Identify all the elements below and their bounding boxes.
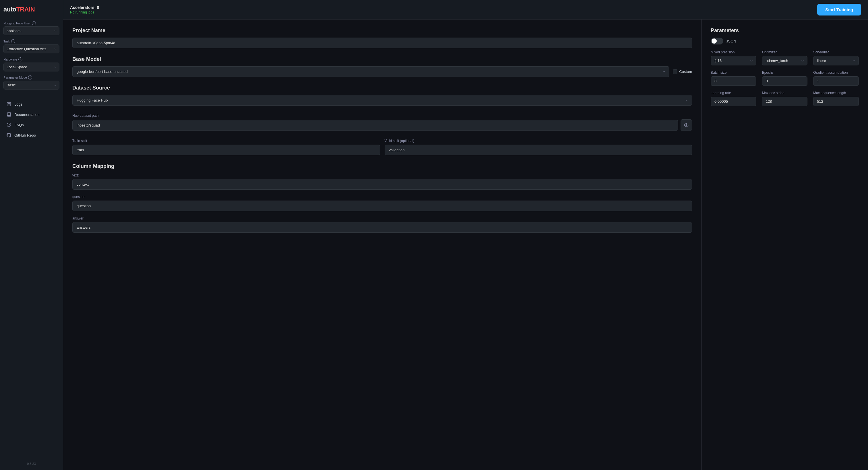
scheduler-select[interactable]: linear xyxy=(813,56,859,65)
optimizer-label: Optimizer xyxy=(762,50,808,54)
learning-rate-input[interactable] xyxy=(711,97,756,106)
epochs-input[interactable] xyxy=(762,76,808,86)
base-model-title: Base Model xyxy=(72,56,692,62)
faqs-label: FAQs xyxy=(14,123,24,127)
hardware-select[interactable]: Local/Space xyxy=(3,63,59,71)
logs-icon xyxy=(6,101,11,107)
documentation-icon xyxy=(6,112,11,117)
logo-train: TRAIN xyxy=(16,6,35,13)
user-info-icon[interactable]: i xyxy=(32,21,36,25)
split-row: Train split Valid split (optional) xyxy=(72,139,692,155)
github-label: GitHub Repo xyxy=(14,133,36,137)
github-icon xyxy=(6,132,11,138)
sidebar-item-logs[interactable]: Logs xyxy=(3,99,59,109)
params-row-3: Learning rate Max doc stride Max sequenc… xyxy=(711,91,859,106)
max-sequence-length-param: Max sequence length xyxy=(813,91,859,106)
question-col-label: question: xyxy=(72,195,692,199)
gradient-accumulation-input[interactable] xyxy=(813,76,859,86)
dataset-source-select[interactable]: Hugging Face Hub xyxy=(72,95,692,105)
params-panel: Parameters JSON Mixed precision fp16 Opt… xyxy=(702,20,868,470)
task-select[interactable]: Extractive Question Ans xyxy=(3,44,59,53)
custom-checkbox-label[interactable]: Custom xyxy=(673,69,692,74)
epochs-param: Epochs xyxy=(762,71,808,86)
max-sequence-length-input[interactable] xyxy=(813,97,859,106)
params-row-1: Mixed precision fp16 Optimizer adamw_tor… xyxy=(711,50,859,65)
hub-dataset-label: Hub dataset path xyxy=(72,114,692,118)
parameter-mode-select[interactable]: Basic xyxy=(3,81,59,90)
base-model-row: google-bert/bert-base-uncased Custom xyxy=(72,66,692,77)
project-name-section: Project Name xyxy=(72,28,692,48)
start-training-button[interactable]: Start Training xyxy=(817,4,861,15)
sidebar-item-faqs[interactable]: FAQs xyxy=(3,120,59,130)
main: Accelerators: 0 No running jobs Start Tr… xyxy=(63,0,868,470)
accelerators-info: Accelerators: 0 No running jobs xyxy=(70,5,99,14)
optimizer-param: Optimizer adamw_torch xyxy=(762,50,808,65)
hub-path-row xyxy=(72,119,692,131)
max-sequence-length-label: Max sequence length xyxy=(813,91,859,95)
hugging-face-user-label: Hugging Face User i xyxy=(3,21,59,25)
parameter-mode-info-icon[interactable]: i xyxy=(28,75,32,80)
json-toggle-row: JSON xyxy=(711,38,859,44)
json-toggle[interactable] xyxy=(711,38,723,44)
split-section: Train split Valid split (optional) xyxy=(72,139,692,155)
mixed-precision-param: Mixed precision fp16 xyxy=(711,50,756,65)
project-name-title: Project Name xyxy=(72,28,692,34)
custom-checkbox[interactable] xyxy=(673,69,677,74)
max-doc-stride-label: Max doc stride xyxy=(762,91,808,95)
valid-split-input[interactable] xyxy=(384,145,692,155)
mixed-precision-label: Mixed precision xyxy=(711,50,756,54)
project-name-input[interactable] xyxy=(72,38,692,48)
base-model-select[interactable]: google-bert/bert-base-uncased xyxy=(72,66,670,77)
column-mapping-section: Column Mapping text: question: answer: xyxy=(72,163,692,233)
parameters-title: Parameters xyxy=(711,28,859,34)
faqs-icon xyxy=(6,122,11,127)
scheduler-param: Scheduler linear xyxy=(813,50,859,65)
logo: autoTRAIN xyxy=(3,5,59,14)
learning-rate-param: Learning rate xyxy=(711,91,756,106)
sidebar: autoTRAIN Hugging Face User i abhishek T… xyxy=(0,0,63,470)
dataset-source-section: Dataset Source Hugging Face Hub xyxy=(72,85,692,105)
params-row-2: Batch size Epochs Gradient accumulation xyxy=(711,71,859,86)
hub-dataset-section: Hub dataset path xyxy=(72,114,692,131)
valid-split-col: Valid split (optional) xyxy=(384,139,692,155)
train-split-label: Train split xyxy=(72,139,380,143)
user-select[interactable]: abhishek xyxy=(3,26,59,35)
logs-label: Logs xyxy=(14,102,22,106)
train-split-input[interactable] xyxy=(72,145,380,155)
dataset-source-title: Dataset Source xyxy=(72,85,692,91)
sidebar-nav: Logs Documentation FAQs GitHub Repo xyxy=(3,99,59,140)
hub-dataset-input[interactable] xyxy=(72,120,678,131)
gradient-accumulation-param: Gradient accumulation xyxy=(813,71,859,86)
optimizer-select[interactable]: adamw_torch xyxy=(762,56,808,65)
sidebar-item-github[interactable]: GitHub Repo xyxy=(3,130,59,140)
answer-col-input[interactable] xyxy=(72,222,692,233)
json-label: JSON xyxy=(726,39,736,43)
epochs-label: Epochs xyxy=(762,71,808,74)
eye-button[interactable] xyxy=(681,119,692,131)
sidebar-item-documentation[interactable]: Documentation xyxy=(3,109,59,119)
batch-size-param: Batch size xyxy=(711,71,756,86)
batch-size-label: Batch size xyxy=(711,71,756,74)
text-col-input[interactable] xyxy=(72,179,692,190)
column-mapping-title: Column Mapping xyxy=(72,163,692,169)
form-panel: Project Name Base Model google-bert/bert… xyxy=(63,20,702,470)
no-running-jobs: No running jobs xyxy=(70,10,99,14)
base-model-section: Base Model google-bert/bert-base-uncased… xyxy=(72,56,692,77)
mixed-precision-select[interactable]: fp16 xyxy=(711,56,756,65)
answer-col-label: answer: xyxy=(72,216,692,220)
valid-split-label: Valid split (optional) xyxy=(384,139,692,143)
max-doc-stride-input[interactable] xyxy=(762,97,808,106)
learning-rate-label: Learning rate xyxy=(711,91,756,95)
batch-size-input[interactable] xyxy=(711,76,756,86)
text-col-label: text: xyxy=(72,173,692,177)
task-label: Task i xyxy=(3,39,59,43)
topbar: Accelerators: 0 No running jobs Start Tr… xyxy=(63,0,868,20)
parameter-mode-label: Parameter Mode i xyxy=(3,75,59,80)
scheduler-label: Scheduler xyxy=(813,50,859,54)
logo-auto: auto xyxy=(3,6,16,13)
gradient-accumulation-label: Gradient accumulation xyxy=(813,71,859,74)
hardware-info-icon[interactable]: i xyxy=(19,57,22,61)
question-col-input[interactable] xyxy=(72,200,692,211)
hardware-label: Hardware i xyxy=(3,57,59,61)
task-info-icon[interactable]: i xyxy=(11,39,15,43)
